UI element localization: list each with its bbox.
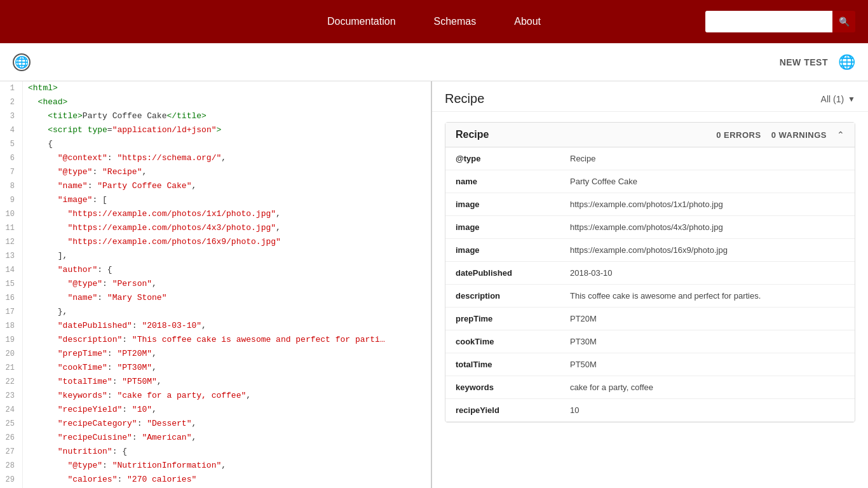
code-content: "recipeCategory": "Dessert",	[28, 417, 431, 431]
line-number: 23	[0, 389, 23, 403]
line-number: 3	[0, 109, 23, 123]
table-row: prepTimePT20M	[445, 308, 855, 330]
table-key: cookTime	[445, 330, 560, 353]
table-row: recipeYield10	[445, 399, 855, 422]
warnings-label: 0 WARNINGS	[771, 130, 827, 140]
table-row: @typeRecipe	[445, 147, 855, 170]
chevron-up-icon[interactable]: ⌃	[837, 130, 844, 140]
top-nav: Documentation Schemas About 🔍	[0, 0, 868, 43]
code-content: "recipeCuisine": "American",	[28, 431, 431, 445]
code-line: 10 "https://example.com/photos/1x1/photo…	[0, 207, 431, 221]
code-line: 19 "description": "This coffee cake is a…	[0, 333, 431, 347]
code-line: 20 "prepTime": "PT20M",	[0, 347, 431, 361]
right-panel: Recipe All (1) ▼ Recipe 0 ERRORS 0 WARNI…	[432, 81, 868, 488]
code-line: 23 "keywords": "cake for a party, coffee…	[0, 389, 431, 403]
card-stats: 0 ERRORS 0 WARNINGS ⌃	[716, 130, 844, 140]
table-value: cake for a party, coffee	[560, 376, 855, 399]
code-line: 7 "@type": "Recipe",	[0, 165, 431, 179]
table-row: cookTimePT30M	[445, 330, 855, 353]
table-value: https://example.com/photos/16x9/photo.jp…	[560, 239, 855, 262]
code-line: 29 "calories": "270 calories"	[0, 473, 431, 487]
new-test-button[interactable]: NEW TEST	[780, 57, 828, 67]
line-number: 29	[0, 473, 23, 487]
line-number: 21	[0, 361, 23, 375]
code-line: 3 <title>Party Coffee Cake</title>	[0, 109, 431, 123]
line-number: 16	[0, 291, 23, 305]
table-key: image	[445, 193, 560, 216]
code-line: 27 "nutrition": {	[0, 445, 431, 459]
code-content: "datePublished": "2018-03-10",	[28, 319, 431, 333]
nav-documentation[interactable]: Documentation	[327, 16, 396, 27]
toolbar-right: NEW TEST 🌐	[780, 54, 855, 71]
line-number: 22	[0, 375, 23, 389]
table-value: https://example.com/photos/1x1/photo.jpg	[560, 193, 855, 216]
line-number: 25	[0, 417, 23, 431]
table-key: @type	[445, 147, 560, 170]
nav-schemas[interactable]: Schemas	[434, 16, 477, 27]
line-number: 27	[0, 445, 23, 459]
line-number: 28	[0, 459, 23, 473]
table-key: image	[445, 216, 560, 239]
result-card-header: Recipe 0 ERRORS 0 WARNINGS ⌃	[445, 123, 855, 147]
search-wrapper: 🔍	[705, 11, 855, 32]
line-number: 18	[0, 319, 23, 333]
line-number: 12	[0, 235, 23, 249]
code-line: 18 "datePublished": "2018-03-10",	[0, 319, 431, 333]
code-line: 1<html>	[0, 81, 431, 95]
code-line: 5 {	[0, 137, 431, 151]
table-value: 2018-03-10	[560, 262, 855, 285]
code-line: 9 "image": [	[0, 193, 431, 207]
table-value: 10	[560, 399, 855, 422]
table-row: nameParty Coffee Cake	[445, 170, 855, 193]
language-globe-icon[interactable]: 🌐	[838, 54, 855, 71]
table-value: Party Coffee Cake	[560, 170, 855, 193]
table-key: description	[445, 285, 560, 308]
code-content: <html>	[28, 81, 431, 95]
toolbar: 🌐 NEW TEST 🌐	[0, 43, 868, 81]
table-key: name	[445, 170, 560, 193]
code-line: 24 "recipeYield": "10",	[0, 403, 431, 417]
table-value: Recipe	[560, 147, 855, 170]
filter-label: All (1)	[821, 94, 844, 104]
code-line: 14 "author": {	[0, 263, 431, 277]
search-button[interactable]: 🔍	[832, 11, 855, 32]
table-value: https://example.com/photos/4x3/photo.jpg	[560, 216, 855, 239]
code-content: "recipeYield": "10",	[28, 403, 431, 417]
code-content: "https://example.com/photos/16x9/photo.j…	[28, 235, 431, 249]
card-title: Recipe	[456, 129, 489, 140]
globe-icon[interactable]: 🌐	[13, 53, 31, 71]
nav-about[interactable]: About	[514, 16, 541, 27]
search-input[interactable]	[705, 11, 832, 32]
table-key: datePublished	[445, 262, 560, 285]
code-content: "totalTime": "PT50M",	[28, 375, 431, 389]
line-number: 9	[0, 193, 23, 207]
code-line: 13 ],	[0, 249, 431, 263]
code-panel[interactable]: 1<html>2 <head>3 <title>Party Coffee Cak…	[0, 81, 432, 488]
table-row: datePublished2018-03-10	[445, 262, 855, 285]
result-card: Recipe 0 ERRORS 0 WARNINGS ⌃ @typeRecipe…	[445, 122, 855, 423]
code-line: 26 "recipeCuisine": "American",	[0, 431, 431, 445]
table-key: totalTime	[445, 353, 560, 376]
result-filter[interactable]: All (1) ▼	[821, 94, 855, 104]
code-content: "name": "Party Coffee Cake",	[28, 179, 431, 193]
code-content: "description": "This coffee cake is awes…	[28, 333, 431, 347]
line-number: 13	[0, 249, 23, 263]
table-value: This coffee cake is awesome and perfect …	[560, 285, 855, 308]
line-number: 5	[0, 137, 23, 151]
main-content: 1<html>2 <head>3 <title>Party Coffee Cak…	[0, 81, 868, 488]
code-content: "image": [	[28, 193, 431, 207]
code-content: "calories": "270 calories"	[28, 473, 431, 487]
line-number: 6	[0, 151, 23, 165]
code-content: ],	[28, 249, 431, 263]
code-line: 21 "cookTime": "PT30M",	[0, 361, 431, 375]
table-row: keywordscake for a party, coffee	[445, 376, 855, 399]
code-content: <script type="application/ld+json">	[28, 123, 431, 137]
code-content: "@type": "NutritionInformation",	[28, 459, 431, 473]
code-content: "name": "Mary Stone"	[28, 291, 431, 305]
line-number: 1	[0, 81, 23, 95]
code-content: {	[28, 137, 431, 151]
code-line: 8 "name": "Party Coffee Cake",	[0, 179, 431, 193]
table-row: descriptionThis coffee cake is awesome a…	[445, 285, 855, 308]
code-content: "https://example.com/photos/1x1/photo.jp…	[28, 207, 431, 221]
table-row: totalTimePT50M	[445, 353, 855, 376]
